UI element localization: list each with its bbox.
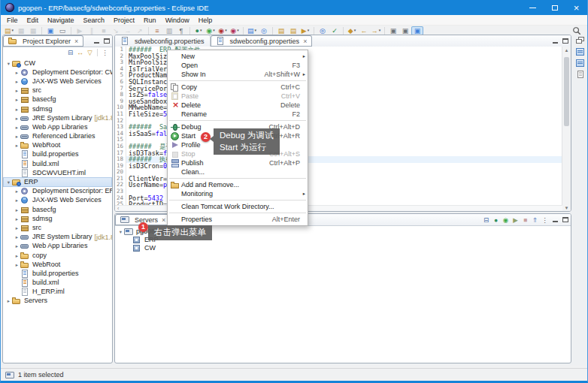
expand-arrow-icon[interactable]: ▸: [14, 78, 20, 85]
tree-item-erp[interactable]: ▾ERP: [3, 177, 112, 186]
collapse-arrow-icon[interactable]: ▾: [5, 60, 12, 67]
view-menu-icon[interactable]: ⋮: [100, 48, 110, 57]
expand-arrow-icon[interactable]: ▸: [14, 106, 20, 113]
menu-edit[interactable]: Edit: [23, 15, 44, 25]
search-icon[interactable]: [572, 26, 581, 35]
new-web-project-icon[interactable]: ▤▾: [246, 26, 258, 35]
link-with-editor-icon[interactable]: ↔: [75, 48, 85, 57]
expand-arrow-icon[interactable]: ▸: [14, 216, 20, 222]
tree-item-jax-ws-web-services[interactable]: ▸JAX-WS Web Services: [3, 77, 112, 86]
filter-icon[interactable]: ▽: [85, 48, 95, 57]
tree-item-basecfg[interactable]: ▸basecfg: [3, 95, 112, 104]
menu-navigate[interactable]: Navigate: [43, 15, 79, 25]
tree-item-servers[interactable]: ▸Servers: [3, 297, 112, 306]
expand-arrow-icon[interactable]: ▸: [14, 207, 20, 213]
publish-icon[interactable]: ⇑: [530, 216, 540, 225]
menu-help[interactable]: Help: [194, 15, 217, 25]
tree-item-web-app-libraries[interactable]: ▸Web App Libraries: [3, 242, 112, 251]
menu-item-monitoring[interactable]: Monitoring▸: [168, 189, 308, 198]
expand-arrow-icon[interactable]: ▸: [14, 261, 20, 268]
new-wizard-icon[interactable]: ▤▾: [3, 26, 15, 35]
tree-item-cw[interactable]: CW: [115, 244, 571, 252]
tree-item-webroot[interactable]: ▸WebRoot: [3, 141, 112, 150]
scrollbar-thumb[interactable]: [564, 57, 569, 126]
menu-search[interactable]: Search: [79, 15, 110, 25]
tree-item-build-properties[interactable]: build.properties: [3, 269, 112, 278]
tab-project-explorer[interactable]: Project Explorer ×: [3, 35, 83, 47]
terminal-icon[interactable]: ▭: [56, 26, 68, 35]
pin-editor-icon[interactable]: ▣: [399, 26, 411, 35]
menu-item-clean-tomcat-work-directory[interactable]: Clean Tomcat Work Directory...: [168, 202, 308, 211]
collapse-all-icon[interactable]: ⊟: [65, 48, 75, 57]
editor-vertical-scrollbar[interactable]: ▲ ▼: [562, 47, 571, 211]
profile-as-icon[interactable]: ◉▾: [229, 26, 241, 35]
restore-view-icon[interactable]: [576, 37, 585, 45]
expand-arrow-icon[interactable]: ▸: [14, 124, 20, 131]
validate-icon[interactable]: ✓: [329, 26, 341, 35]
menu-item-open[interactable]: OpenF3: [168, 61, 308, 70]
tree-item-web-app-libraries[interactable]: ▸Web App Libraries: [3, 122, 112, 131]
minimize-editor-button[interactable]: [550, 35, 560, 47]
menu-window[interactable]: Window: [161, 15, 194, 25]
window-maximize-button[interactable]: [544, 0, 565, 15]
tree-item-sdmsg[interactable]: ▸sdmsg: [3, 104, 112, 113]
close-icon[interactable]: ×: [303, 38, 307, 45]
show-whitespace-icon[interactable]: ¶: [175, 26, 187, 35]
step-into-icon[interactable]: ↘: [110, 26, 122, 35]
tree-item-deployment-descriptor-erp[interactable]: ▸Deployment Descriptor: ERP: [3, 187, 112, 196]
menu-item-copy[interactable]: CopyCtrl+C: [168, 83, 308, 92]
scroll-left-icon[interactable]: ‹: [117, 206, 119, 211]
expand-arrow-icon[interactable]: ▸: [14, 197, 20, 204]
coverage-report-icon[interactable]: ≡: [151, 26, 163, 35]
menu-project[interactable]: Project: [109, 15, 139, 25]
terminate-icon[interactable]: ■: [98, 26, 110, 35]
minimize-view-button[interactable]: [550, 214, 560, 225]
tree-item-webroot[interactable]: ▸WebRoot: [3, 260, 112, 269]
scroll-up-icon[interactable]: ▲: [562, 47, 571, 53]
suspend-icon[interactable]: ∥: [86, 26, 98, 35]
expand-arrow-icon[interactable]: ▸: [14, 243, 20, 249]
tree-item-sdcwvueht-iml[interactable]: SDCWVUEHT.iml: [3, 168, 112, 177]
tree-item-build-xml[interactable]: build.xml: [3, 279, 112, 288]
tree-item-referenced-libraries[interactable]: ▸Referenced Libraries: [3, 132, 112, 141]
tree-item-deployment-descriptor-cw[interactable]: ▸Deployment Descriptor: CW: [3, 68, 112, 77]
debug-icon[interactable]: ●: [491, 216, 501, 225]
minimized-snippets-view-icon[interactable]: [576, 59, 585, 68]
minimized-outline-view-icon[interactable]: [576, 48, 585, 56]
step-over-icon[interactable]: →: [122, 26, 134, 35]
window-close-button[interactable]: [565, 0, 587, 15]
tree-item-jre-system-library[interactable]: ▸JRE System Library[jdk1.8.0_171]: [3, 113, 112, 122]
maximize-view-button[interactable]: [560, 214, 571, 225]
menu-file[interactable]: File: [2, 15, 23, 25]
expand-arrow-icon[interactable]: ▸: [14, 69, 20, 76]
back-history-icon[interactable]: ←: [358, 26, 370, 35]
web-globe-icon[interactable]: ◎: [317, 26, 329, 35]
maximize-editor-button[interactable]: [560, 35, 571, 47]
new-editor-window-icon[interactable]: ▣: [387, 26, 399, 35]
scroll-down-icon[interactable]: ▼: [562, 204, 571, 211]
expand-arrow-icon[interactable]: ▸: [14, 133, 20, 140]
menu-item-rename[interactable]: RenameF2: [168, 110, 308, 119]
maximize-view-button[interactable]: [102, 35, 112, 47]
menu-item-clean[interactable]: Clean...: [168, 167, 308, 176]
expand-arrow-icon[interactable]: ▸: [14, 188, 20, 195]
tree-item-jre-system-library[interactable]: ▸JRE System Library[jdk1.8.0_171]: [3, 233, 112, 242]
open-resource-icon[interactable]: ▤: [275, 26, 287, 35]
menu-item-show-in[interactable]: Show InAlt+Shift+W▸: [168, 70, 308, 79]
window-minimize-button[interactable]: [522, 0, 544, 15]
close-icon[interactable]: ×: [74, 38, 78, 45]
menu-item-paste[interactable]: PasteCtrl+V: [168, 92, 308, 101]
tree-item-h-erp-iml[interactable]: H_ERP.iml: [3, 288, 112, 297]
tree-item-copy[interactable]: ▸copy: [3, 251, 112, 260]
step-return-icon[interactable]: ↗: [134, 26, 146, 35]
tree-item-build-xml[interactable]: build.xml: [3, 159, 112, 168]
expand-arrow-icon[interactable]: ▸: [14, 225, 20, 231]
menu-item-add-and-remove[interactable]: Add and Remove...: [168, 180, 308, 189]
menu-item-delete[interactable]: DeleteDelete: [168, 101, 308, 110]
save-all-icon[interactable]: ▦: [27, 26, 39, 35]
tree-item-src[interactable]: ▸src: [3, 86, 112, 95]
expand-arrow-icon[interactable]: ▸: [14, 115, 20, 122]
stop-icon[interactable]: ■: [520, 216, 530, 225]
save-icon[interactable]: ▦: [15, 26, 27, 35]
export-icon[interactable]: ▤: [287, 26, 299, 35]
